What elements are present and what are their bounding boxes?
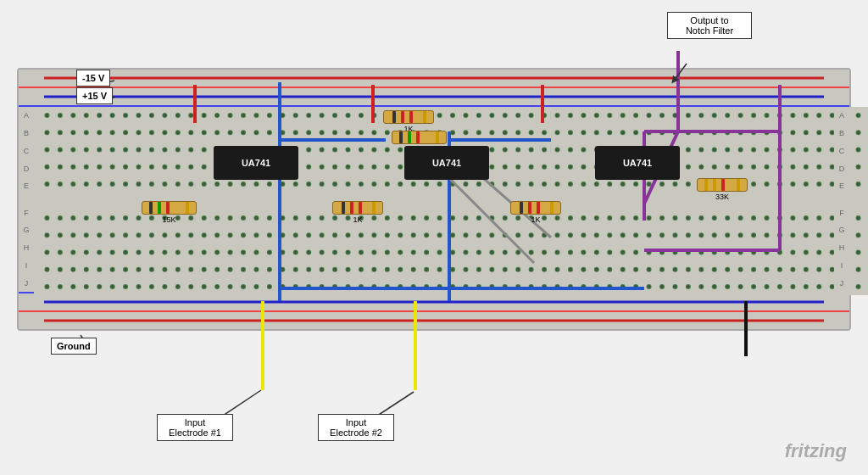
ic-chip-ua741-1: UA741 <box>214 146 298 180</box>
top-positive-rail <box>19 88 849 107</box>
ic-chip-ua741-2: UA741 <box>404 146 489 180</box>
resistor-1k-3: 1K <box>510 201 561 224</box>
resistor-1k-1: 1K <box>383 110 434 133</box>
input-electrode-1-label: Input Electrode #1 <box>157 414 233 441</box>
negative-15v-label: -15 V <box>76 70 110 87</box>
ground-label: Ground <box>51 338 97 355</box>
row-labels-right: ABCDE FGHIJ <box>834 107 849 292</box>
bottom-negative-rail <box>19 310 849 329</box>
row-labels-left: ABCDE FGHIJ <box>19 107 34 292</box>
resistor-15k-1: 15K <box>142 201 197 224</box>
breadboard: ABCDE FGHIJ ABCDE FGHIJ UA741 UA741 UA74… <box>17 68 851 331</box>
positive-15v-label: +15 V <box>76 87 113 104</box>
output-notch-filter-label: Output to Notch Filter <box>667 12 752 39</box>
ic-chip-ua741-3: UA741 <box>595 146 680 180</box>
resistor-33k: 33K <box>697 178 748 201</box>
top-negative-rail <box>19 70 849 88</box>
resistor-1k-2: 1K <box>332 201 383 224</box>
fritzing-watermark: fritzing <box>785 440 847 462</box>
input-electrode-2-label: Input Electrode #2 <box>318 414 394 441</box>
